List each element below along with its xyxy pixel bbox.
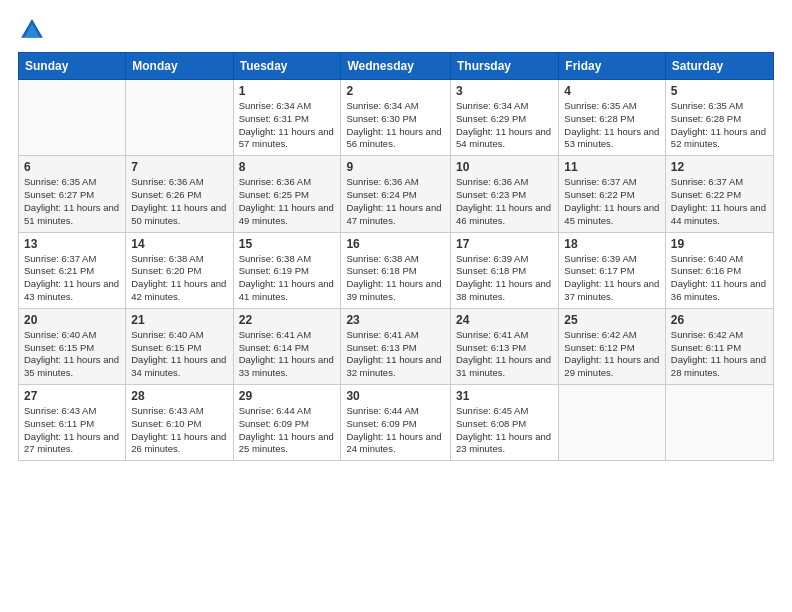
day-number: 10 [456,160,553,174]
day-info: Sunrise: 6:36 AM Sunset: 6:23 PM Dayligh… [456,176,553,227]
calendar-cell: 19Sunrise: 6:40 AM Sunset: 6:16 PM Dayli… [665,232,773,308]
calendar-week-row: 27Sunrise: 6:43 AM Sunset: 6:11 PM Dayli… [19,385,774,461]
day-info: Sunrise: 6:44 AM Sunset: 6:09 PM Dayligh… [346,405,445,456]
day-number: 20 [24,313,120,327]
calendar-week-row: 1Sunrise: 6:34 AM Sunset: 6:31 PM Daylig… [19,80,774,156]
day-info: Sunrise: 6:34 AM Sunset: 6:29 PM Dayligh… [456,100,553,151]
day-of-week-header: Monday [126,53,233,80]
day-number: 1 [239,84,336,98]
day-number: 17 [456,237,553,251]
day-number: 28 [131,389,227,403]
day-number: 4 [564,84,660,98]
calendar-cell: 11Sunrise: 6:37 AM Sunset: 6:22 PM Dayli… [559,156,666,232]
day-info: Sunrise: 6:40 AM Sunset: 6:15 PM Dayligh… [131,329,227,380]
calendar-cell: 28Sunrise: 6:43 AM Sunset: 6:10 PM Dayli… [126,385,233,461]
day-info: Sunrise: 6:38 AM Sunset: 6:18 PM Dayligh… [346,253,445,304]
day-number: 24 [456,313,553,327]
day-number: 26 [671,313,768,327]
day-number: 9 [346,160,445,174]
day-info: Sunrise: 6:42 AM Sunset: 6:11 PM Dayligh… [671,329,768,380]
calendar-cell: 10Sunrise: 6:36 AM Sunset: 6:23 PM Dayli… [451,156,559,232]
calendar-cell: 17Sunrise: 6:39 AM Sunset: 6:18 PM Dayli… [451,232,559,308]
calendar-header-row: SundayMondayTuesdayWednesdayThursdayFrid… [19,53,774,80]
day-number: 14 [131,237,227,251]
day-number: 6 [24,160,120,174]
calendar-cell: 24Sunrise: 6:41 AM Sunset: 6:13 PM Dayli… [451,308,559,384]
day-number: 7 [131,160,227,174]
day-info: Sunrise: 6:43 AM Sunset: 6:11 PM Dayligh… [24,405,120,456]
calendar-page: SundayMondayTuesdayWednesdayThursdayFrid… [0,0,792,612]
day-info: Sunrise: 6:35 AM Sunset: 6:28 PM Dayligh… [564,100,660,151]
day-info: Sunrise: 6:38 AM Sunset: 6:20 PM Dayligh… [131,253,227,304]
calendar-cell: 31Sunrise: 6:45 AM Sunset: 6:08 PM Dayli… [451,385,559,461]
day-number: 23 [346,313,445,327]
calendar-cell [126,80,233,156]
day-info: Sunrise: 6:34 AM Sunset: 6:30 PM Dayligh… [346,100,445,151]
day-number: 31 [456,389,553,403]
day-info: Sunrise: 6:41 AM Sunset: 6:14 PM Dayligh… [239,329,336,380]
day-info: Sunrise: 6:37 AM Sunset: 6:22 PM Dayligh… [671,176,768,227]
calendar-cell: 7Sunrise: 6:36 AM Sunset: 6:26 PM Daylig… [126,156,233,232]
calendar-cell: 18Sunrise: 6:39 AM Sunset: 6:17 PM Dayli… [559,232,666,308]
day-info: Sunrise: 6:35 AM Sunset: 6:27 PM Dayligh… [24,176,120,227]
day-info: Sunrise: 6:43 AM Sunset: 6:10 PM Dayligh… [131,405,227,456]
day-number: 21 [131,313,227,327]
day-number: 30 [346,389,445,403]
calendar-cell [559,385,666,461]
calendar-cell: 16Sunrise: 6:38 AM Sunset: 6:18 PM Dayli… [341,232,451,308]
day-info: Sunrise: 6:42 AM Sunset: 6:12 PM Dayligh… [564,329,660,380]
day-info: Sunrise: 6:36 AM Sunset: 6:26 PM Dayligh… [131,176,227,227]
day-info: Sunrise: 6:40 AM Sunset: 6:15 PM Dayligh… [24,329,120,380]
day-info: Sunrise: 6:37 AM Sunset: 6:21 PM Dayligh… [24,253,120,304]
day-number: 18 [564,237,660,251]
day-of-week-header: Thursday [451,53,559,80]
calendar-cell: 2Sunrise: 6:34 AM Sunset: 6:30 PM Daylig… [341,80,451,156]
day-number: 19 [671,237,768,251]
calendar-cell [665,385,773,461]
logo-icon [18,16,46,44]
calendar-cell: 27Sunrise: 6:43 AM Sunset: 6:11 PM Dayli… [19,385,126,461]
calendar-cell: 26Sunrise: 6:42 AM Sunset: 6:11 PM Dayli… [665,308,773,384]
calendar-table: SundayMondayTuesdayWednesdayThursdayFrid… [18,52,774,461]
calendar-cell: 5Sunrise: 6:35 AM Sunset: 6:28 PM Daylig… [665,80,773,156]
calendar-cell: 30Sunrise: 6:44 AM Sunset: 6:09 PM Dayli… [341,385,451,461]
day-info: Sunrise: 6:41 AM Sunset: 6:13 PM Dayligh… [346,329,445,380]
day-info: Sunrise: 6:36 AM Sunset: 6:24 PM Dayligh… [346,176,445,227]
calendar-week-row: 6Sunrise: 6:35 AM Sunset: 6:27 PM Daylig… [19,156,774,232]
day-info: Sunrise: 6:41 AM Sunset: 6:13 PM Dayligh… [456,329,553,380]
header [18,16,774,44]
calendar-cell: 29Sunrise: 6:44 AM Sunset: 6:09 PM Dayli… [233,385,341,461]
calendar-cell [19,80,126,156]
day-number: 2 [346,84,445,98]
calendar-cell: 1Sunrise: 6:34 AM Sunset: 6:31 PM Daylig… [233,80,341,156]
logo [18,16,50,44]
day-of-week-header: Tuesday [233,53,341,80]
calendar-cell: 25Sunrise: 6:42 AM Sunset: 6:12 PM Dayli… [559,308,666,384]
day-of-week-header: Saturday [665,53,773,80]
calendar-cell: 20Sunrise: 6:40 AM Sunset: 6:15 PM Dayli… [19,308,126,384]
day-info: Sunrise: 6:39 AM Sunset: 6:18 PM Dayligh… [456,253,553,304]
day-info: Sunrise: 6:36 AM Sunset: 6:25 PM Dayligh… [239,176,336,227]
day-number: 27 [24,389,120,403]
day-of-week-header: Wednesday [341,53,451,80]
day-number: 16 [346,237,445,251]
calendar-cell: 8Sunrise: 6:36 AM Sunset: 6:25 PM Daylig… [233,156,341,232]
day-number: 5 [671,84,768,98]
day-info: Sunrise: 6:38 AM Sunset: 6:19 PM Dayligh… [239,253,336,304]
day-info: Sunrise: 6:37 AM Sunset: 6:22 PM Dayligh… [564,176,660,227]
calendar-cell: 23Sunrise: 6:41 AM Sunset: 6:13 PM Dayli… [341,308,451,384]
calendar-cell: 13Sunrise: 6:37 AM Sunset: 6:21 PM Dayli… [19,232,126,308]
day-number: 12 [671,160,768,174]
day-info: Sunrise: 6:34 AM Sunset: 6:31 PM Dayligh… [239,100,336,151]
day-info: Sunrise: 6:35 AM Sunset: 6:28 PM Dayligh… [671,100,768,151]
calendar-cell: 14Sunrise: 6:38 AM Sunset: 6:20 PM Dayli… [126,232,233,308]
day-number: 3 [456,84,553,98]
calendar-cell: 3Sunrise: 6:34 AM Sunset: 6:29 PM Daylig… [451,80,559,156]
day-info: Sunrise: 6:45 AM Sunset: 6:08 PM Dayligh… [456,405,553,456]
day-number: 25 [564,313,660,327]
day-number: 13 [24,237,120,251]
day-of-week-header: Friday [559,53,666,80]
day-of-week-header: Sunday [19,53,126,80]
calendar-week-row: 20Sunrise: 6:40 AM Sunset: 6:15 PM Dayli… [19,308,774,384]
calendar-cell: 15Sunrise: 6:38 AM Sunset: 6:19 PM Dayli… [233,232,341,308]
